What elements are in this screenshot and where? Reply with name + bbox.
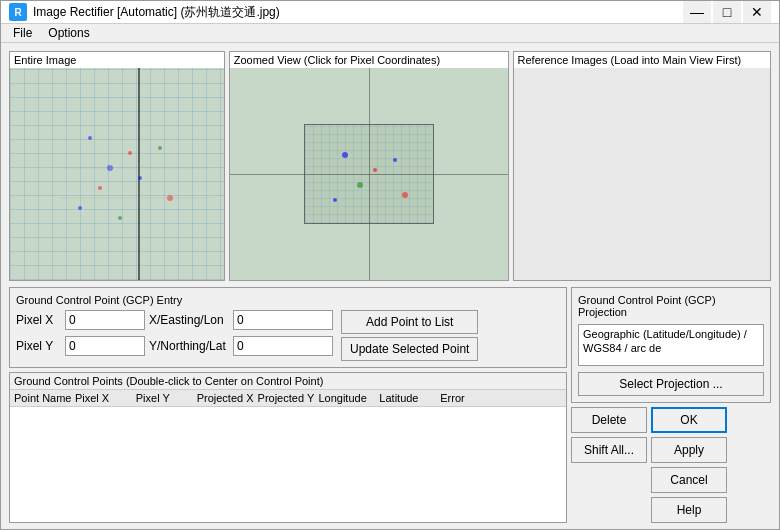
add-point-button[interactable]: Add Point to List xyxy=(341,310,478,334)
gcp-projection-title: Ground Control Point (GCP) Projection xyxy=(578,294,764,318)
svg-point-4 xyxy=(98,186,102,190)
y-northing-label: Y/Northing/Lat xyxy=(149,339,229,353)
image-panels-row: Entire Image xyxy=(9,51,771,281)
minimize-button[interactable]: — xyxy=(683,1,711,23)
svg-point-11 xyxy=(342,152,348,158)
map-overlay xyxy=(10,68,224,280)
col-latitude: Latitude xyxy=(379,392,440,404)
gcp-table: Point Name Pixel X Pixel Y Projected X P… xyxy=(10,390,566,522)
col-proj-x: Projected X xyxy=(197,392,258,404)
reference-images-label: Reference Images (Load into Main View Fi… xyxy=(514,52,770,68)
gcp-table-section: Ground Control Points (Double-click to C… xyxy=(9,372,567,523)
grid-image xyxy=(10,68,224,280)
close-button[interactable]: ✕ xyxy=(743,1,771,23)
gcp-bottom-left: Ground Control Point (GCP) Entry Pixel X… xyxy=(9,287,567,523)
title-bar: R Image Rectifier [Automatic] (苏州轨道交通.jp… xyxy=(1,1,779,24)
shift-all-button[interactable]: Shift All... xyxy=(571,437,647,463)
svg-point-1 xyxy=(128,151,132,155)
action-buttons-area: Delete Shift All... OK Apply Cancel Help xyxy=(571,407,771,523)
pixel-y-row: Pixel Y Y/Northing/Lat xyxy=(16,336,333,356)
help-button[interactable]: Help xyxy=(651,497,727,523)
svg-point-16 xyxy=(333,198,337,202)
pixel-y-label: Pixel Y xyxy=(16,339,61,353)
apply-button[interactable]: Apply xyxy=(651,437,727,463)
zoomed-image[interactable] xyxy=(230,68,508,280)
col-longitude: Longitude xyxy=(318,392,379,404)
svg-point-13 xyxy=(357,182,363,188)
menu-options[interactable]: Options xyxy=(40,24,97,42)
app-icon: R xyxy=(9,3,27,21)
projection-text: Geographic (Latitude/Longitude) / WGS84 … xyxy=(583,328,747,354)
x-easting-label: X/Easting/Lon xyxy=(149,313,229,327)
menu-bar: File Options xyxy=(1,24,779,43)
delete-shift-buttons: Delete Shift All... xyxy=(571,407,647,523)
main-window: R Image Rectifier [Automatic] (苏州轨道交通.jp… xyxy=(0,0,780,530)
svg-point-12 xyxy=(373,168,377,172)
svg-point-15 xyxy=(402,192,408,198)
window-controls: — □ ✕ xyxy=(683,1,771,23)
gcp-entry-section: Ground Control Point (GCP) Entry Pixel X… xyxy=(9,287,567,368)
svg-point-7 xyxy=(78,206,82,210)
projection-display: Geographic (Latitude/Longitude) / WGS84 … xyxy=(578,324,764,366)
delete-button[interactable]: Delete xyxy=(571,407,647,433)
select-projection-button[interactable]: Select Projection ... xyxy=(578,372,764,396)
reference-image-area xyxy=(514,68,770,280)
entire-image-view[interactable] xyxy=(10,68,224,280)
col-point-name: Point Name xyxy=(14,392,75,404)
zoomed-view-label: Zoomed View (Click for Pixel Coordinates… xyxy=(230,52,508,68)
table-header: Point Name Pixel X Pixel Y Projected X P… xyxy=(10,390,566,407)
x-easting-input[interactable] xyxy=(233,310,333,330)
reference-images-panel: Reference Images (Load into Main View Fi… xyxy=(513,51,771,281)
svg-point-5 xyxy=(138,176,142,180)
svg-point-0 xyxy=(88,136,92,140)
svg-point-3 xyxy=(158,146,162,150)
y-northing-input[interactable] xyxy=(233,336,333,356)
gcp-projection-section: Ground Control Point (GCP) Projection Ge… xyxy=(571,287,771,403)
zoomed-image-area[interactable] xyxy=(230,68,508,280)
gcp-entry-title: Ground Control Point (GCP) Entry xyxy=(16,294,560,306)
ok-button[interactable]: OK xyxy=(651,407,727,433)
ok-cancel-buttons: OK Apply Cancel Help xyxy=(651,407,727,523)
bottom-section: Ground Control Point (GCP) Entry Pixel X… xyxy=(9,287,771,523)
svg-point-14 xyxy=(393,158,397,162)
entire-image-panel: Entire Image xyxy=(9,51,225,281)
window-title: Image Rectifier [Automatic] (苏州轨道交通.jpg) xyxy=(33,4,683,21)
pixel-x-label: Pixel X xyxy=(16,313,61,327)
pixel-y-input[interactable] xyxy=(65,336,145,356)
pixel-x-row: Pixel X X/Easting/Lon xyxy=(16,310,333,330)
crosshair-vertical xyxy=(369,68,370,280)
right-panel: Ground Control Point (GCP) Projection Ge… xyxy=(571,287,771,523)
col-pixel-x: Pixel X xyxy=(75,392,136,404)
main-content: Entire Image xyxy=(1,43,779,530)
menu-file[interactable]: File xyxy=(5,24,40,42)
col-proj-y: Projected Y xyxy=(258,392,319,404)
col-pixel-y: Pixel Y xyxy=(136,392,197,404)
zoomed-view-panel[interactable]: Zoomed View (Click for Pixel Coordinates… xyxy=(229,51,509,281)
cancel-button[interactable]: Cancel xyxy=(651,467,727,493)
gcp-table-title: Ground Control Points (Double-click to C… xyxy=(10,373,566,390)
col-error: Error xyxy=(440,392,562,404)
update-point-button[interactable]: Update Selected Point xyxy=(341,337,478,361)
reference-image xyxy=(514,68,770,280)
maximize-button[interactable]: □ xyxy=(713,1,741,23)
pixel-x-input[interactable] xyxy=(65,310,145,330)
entire-image-label: Entire Image xyxy=(10,52,224,68)
svg-point-8 xyxy=(118,216,122,220)
